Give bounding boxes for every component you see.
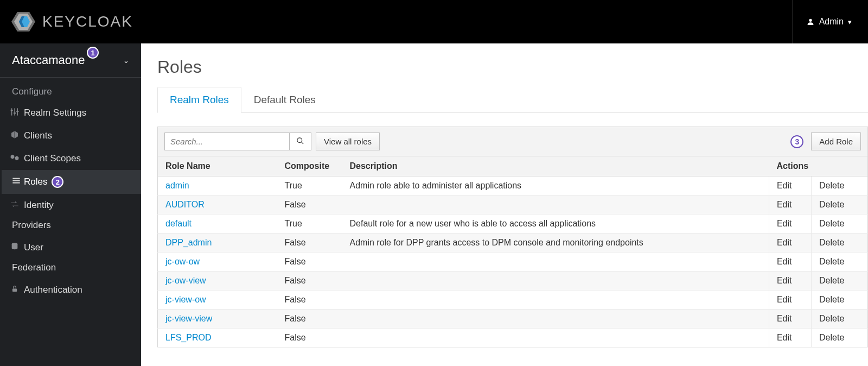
realm-selector[interactable]: Ataccamaone 1 ⌄ (0, 43, 141, 78)
nav-user[interactable]: User (0, 236, 141, 259)
th-role-name: Role Name (158, 156, 277, 176)
svg-point-16 (297, 137, 302, 142)
role-link[interactable]: jc-ow-view (165, 276, 206, 285)
section-configure: Configure (0, 78, 141, 102)
table-row: jc-ow-viewFalseEditDelete (158, 272, 868, 291)
cell-composite: False (277, 310, 342, 329)
nav-identity[interactable]: Identity (0, 194, 141, 217)
role-link[interactable]: LFS_PROD (165, 333, 211, 342)
cell-description: Admin role for DPP grants access to DPM … (342, 234, 769, 253)
delete-action[interactable]: Delete (812, 214, 868, 234)
edit-action[interactable]: Edit (769, 195, 811, 214)
brand-logo[interactable]: KEYCLOAK (11, 11, 133, 33)
table-row: defaultTrueDefault role for a new user w… (158, 214, 868, 234)
tab-realm-roles[interactable]: Realm Roles (157, 87, 241, 113)
role-link[interactable]: jc-ow-ow (165, 257, 200, 266)
search-button[interactable] (289, 132, 311, 150)
edit-action[interactable]: Edit (769, 234, 811, 253)
svg-rect-8 (11, 110, 13, 111)
cube-icon (10, 130, 20, 142)
delete-action[interactable]: Delete (812, 195, 868, 214)
cell-composite: False (277, 329, 342, 348)
svg-line-17 (301, 142, 303, 144)
user-icon (806, 17, 815, 26)
nav-label: Authentication (24, 285, 82, 295)
cell-description (342, 253, 769, 272)
svg-rect-5 (11, 108, 12, 115)
page-title: Roles (157, 57, 868, 77)
svg-rect-6 (14, 108, 15, 115)
role-link[interactable]: jc-view-view (165, 314, 212, 323)
cell-composite: True (277, 176, 342, 195)
search-icon (296, 137, 304, 145)
nav-realm-settings[interactable]: Realm Settings (0, 102, 141, 124)
table-row: AUDITORFalseEditDelete (158, 195, 868, 214)
table-row: jc-view-viewFalseEditDelete (158, 310, 868, 329)
edit-action[interactable]: Edit (769, 176, 811, 195)
callout-badge-3: 3 (790, 135, 803, 148)
nav-providers-label: Providers (0, 217, 141, 236)
lock-icon (10, 285, 20, 296)
search-input[interactable] (164, 132, 289, 150)
cell-composite: False (277, 253, 342, 272)
nav-label: Realm Settings (24, 108, 86, 118)
table-row: jc-view-owFalseEditDelete (158, 291, 868, 310)
delete-action[interactable]: Delete (812, 272, 868, 291)
tab-default-roles[interactable]: Default Roles (241, 87, 328, 113)
account-dropdown[interactable]: Admin ▾ (792, 0, 852, 43)
delete-action[interactable]: Delete (812, 176, 868, 195)
roles-table: Role Name Composite Description Actions … (157, 156, 868, 348)
cell-description (342, 310, 769, 329)
view-all-roles-button[interactable]: View all roles (316, 132, 380, 150)
edit-action[interactable]: Edit (769, 310, 811, 329)
nav-client-scopes[interactable]: Client Scopes (0, 147, 141, 170)
role-link[interactable]: default (165, 219, 192, 228)
edit-action[interactable]: Edit (769, 291, 811, 310)
cell-composite: False (277, 195, 342, 214)
tabs: Realm Roles Default Roles (157, 87, 868, 113)
chevron-down-icon: ▾ (848, 18, 852, 26)
delete-action[interactable]: Delete (812, 291, 868, 310)
realm-name: Ataccamaone (12, 53, 85, 67)
callout-badge-1: 1 (87, 47, 99, 59)
th-description: Description (342, 156, 769, 176)
nav-label: Roles (24, 176, 47, 187)
edit-action[interactable]: Edit (769, 329, 811, 348)
delete-action[interactable]: Delete (812, 310, 868, 329)
svg-point-4 (809, 19, 812, 22)
cell-description (342, 291, 769, 310)
list-icon (11, 176, 21, 188)
cell-composite: False (277, 234, 342, 253)
table-row: LFS_PRODFalseEditDelete (158, 329, 868, 348)
main-content: Roles Realm Roles Default Roles View all… (141, 43, 868, 366)
edit-action[interactable]: Edit (769, 272, 811, 291)
sidebar: Ataccamaone 1 ⌄ Configure Realm Settings… (0, 43, 141, 366)
edit-action[interactable]: Edit (769, 214, 811, 234)
table-row: adminTrueAdmin role able to administer a… (158, 176, 868, 195)
delete-action[interactable]: Delete (812, 329, 868, 348)
role-link[interactable]: jc-view-ow (165, 295, 206, 304)
cell-description (342, 272, 769, 291)
table-row: jc-ow-owFalseEditDelete (158, 253, 868, 272)
role-link[interactable]: DPP_admin (165, 238, 212, 247)
role-link[interactable]: admin (165, 181, 189, 190)
top-bar: KEYCLOAK Admin ▾ (0, 0, 868, 43)
add-role-button[interactable]: Add Role (811, 132, 861, 150)
nav-label: Client Scopes (24, 153, 81, 164)
role-link[interactable]: AUDITOR (165, 200, 205, 209)
nav-clients[interactable]: Clients (0, 124, 141, 147)
nav-authentication[interactable]: Authentication (0, 279, 141, 301)
delete-action[interactable]: Delete (812, 253, 868, 272)
brand-text: KEYCLOAK (42, 13, 133, 30)
table-row: DPP_adminFalseAdmin role for DPP grants … (158, 234, 868, 253)
cubes-icon (10, 153, 20, 165)
svg-rect-10 (16, 111, 18, 112)
cell-description: Default role for a new user who is able … (342, 214, 769, 234)
delete-action[interactable]: Delete (812, 234, 868, 253)
toolbar: View all roles 3 Add Role (157, 127, 868, 156)
edit-action[interactable]: Edit (769, 253, 811, 272)
th-actions: Actions (769, 156, 867, 176)
keycloak-logo-icon (11, 11, 42, 33)
nav-roles[interactable]: Roles 2 (0, 170, 141, 194)
cell-description: Admin role able to administer all applic… (342, 176, 769, 195)
